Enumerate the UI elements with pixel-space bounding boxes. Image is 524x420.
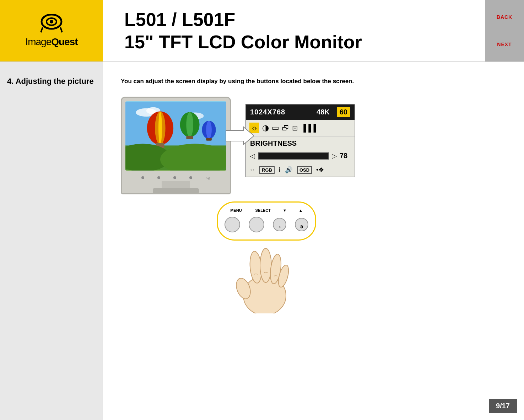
section-title: 4. Adjusting the picture [7,76,96,87]
svg-rect-19 [206,138,212,141]
osd-arrow-icon: ↔ [249,167,255,173]
osd-info-icon: i [279,166,281,174]
content-area: You can adjust the screen display by usi… [103,62,524,420]
logo-text: ImageQuest [25,36,77,48]
osd-resolution: 1024X768 [250,108,309,116]
svg-point-2 [50,20,53,23]
header-nav: BACK NEXT [485,0,524,61]
svg-line-3 [41,27,43,32]
osd-panel: 1024X768 48K 60 ☼ ◑ ▭ 🗗 ⊡ ▐▐▐ BRIGHTNESS… [245,104,355,177]
illustration-area: • ◎ 1024X768 48K 60 [121,97,506,194]
button-labels: MENU SELECT ▼ ▲ [230,208,303,212]
osd-sound-icon: 🔊 [285,166,293,174]
osd-slider-value: 78 [340,152,350,160]
osd-adjust-icon: •❖ [316,166,324,174]
osd-slider-row[interactable]: ◁ ▷ 78 [246,149,355,163]
monitor-base [153,188,199,193]
brightness-low-icon: ☼ [278,225,281,228]
osd-slider-fill [259,153,304,159]
monitor: • ◎ [121,97,231,194]
svg-point-15 [186,112,193,138]
down-button[interactable]: ☼ [273,218,286,231]
osd-header: 1024X768 48K 60 [246,104,355,120]
monitor-buttons: • ◎ [122,174,230,181]
monitor-screen [125,101,226,171]
buttons-oval: MENU SELECT ▼ ▲ ☼ ◑ [217,201,316,241]
osd-misc-icon[interactable]: ▐▐▐ [301,124,316,132]
brightness-high-icon: ◑ [300,224,303,229]
main-content: 4. Adjusting the picture You can adjust … [0,62,524,420]
osd-slider-track[interactable] [258,152,329,160]
svg-rect-16 [186,136,193,139]
svg-point-18 [206,121,212,139]
svg-marker-22 [226,127,254,145]
hand-illustration [227,235,506,315]
sidebar: 4. Adjusting the picture [0,62,103,420]
osd-icons-row: ☼ ◑ ▭ 🗗 ⊡ ▐▐▐ [246,120,355,136]
osd-geometry-icon[interactable]: ▭ [272,123,279,133]
controls-area: MENU SELECT ▼ ▲ ☼ ◑ [217,201,506,315]
osd-menu-label: BRIGHTNESS [246,136,355,149]
svg-point-12 [158,112,162,145]
slider-right-arrow[interactable]: ▷ [332,152,337,160]
header: ImageQuest L501 / L501F 15" TFT LCD Colo… [0,0,524,62]
slider-left-arrow[interactable]: ◁ [250,152,255,160]
next-button[interactable]: NEXT [497,42,512,47]
select-button[interactable] [249,217,264,232]
down-label: ▼ [283,208,287,212]
osd-contrast-icon[interactable]: ◑ [262,123,269,133]
button-row: ☼ ◑ [225,217,308,232]
osd-osd-badge[interactable]: OSD [297,166,312,174]
page-number: 9/17 [489,399,517,413]
description-text: You can adjust the screen display by usi… [121,76,369,86]
header-title: L501 / L501F 15" TFT LCD Color Monitor [103,0,485,61]
osd-frequency: 48K [317,108,330,116]
osd-hz: 60 [337,107,350,117]
monitor-stand [162,181,190,188]
monitor-wrap: • ◎ [121,97,242,194]
arrow-to-osd [226,125,254,148]
svg-point-26 [260,248,271,282]
osd-bottom-row: ↔ RGB i 🔊 OSD •❖ [246,163,355,177]
up-label: ▲ [299,208,303,212]
product-title: L501 / L501F 15" TFT LCD Color Monitor [124,9,362,53]
osd-position-icon[interactable]: ⊡ [292,124,298,132]
menu-button[interactable] [225,217,240,232]
svg-line-4 [60,27,62,32]
menu-label: MENU [230,208,242,212]
back-button[interactable]: BACK [497,14,512,20]
osd-rgb-badge[interactable]: RGB [259,166,275,174]
up-button[interactable]: ◑ [295,218,308,231]
logo-icon [39,14,64,36]
osd-size-icon[interactable]: 🗗 [282,124,289,132]
select-label: SELECT [255,208,271,212]
logo-area: ImageQuest [0,0,103,61]
